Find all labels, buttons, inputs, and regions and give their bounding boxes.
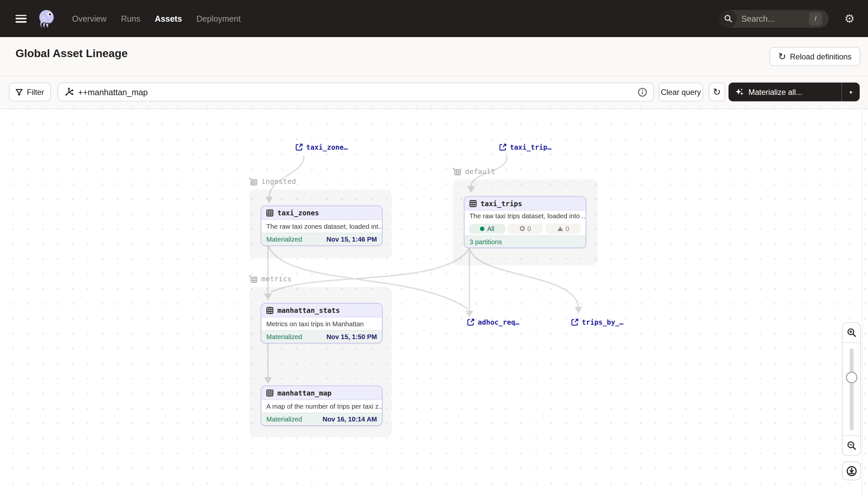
external-link-label: taxi_trip… [510,143,551,151]
pill-label: 0 [528,225,531,232]
external-link-label: adhoc_req… [478,318,519,326]
lineage-canvas[interactable]: ingested default metrics [0,109,868,495]
table-icon [266,307,273,314]
asset-title: taxi_zones [277,208,319,217]
nav-item-deployment[interactable]: Deployment [196,14,241,23]
zoom-in-icon [847,328,856,338]
header-band: Global Asset Lineage ↻ Reload definition… [0,37,868,109]
clear-query-button[interactable]: Clear query [659,82,703,101]
nav-item-overview[interactable]: Overview [72,14,106,23]
global-search[interactable]: / [719,10,829,28]
partitions-missing-pill[interactable]: 0 [508,224,543,233]
search-icon [719,10,737,28]
asset-node-taxi-zones[interactable]: taxi_zones The raw taxi zones dataset, l… [261,205,383,246]
materialize-all-button[interactable]: Materialize all... ▾ [729,82,860,101]
nav-item-assets[interactable]: Assets [155,14,182,23]
zoom-slider-track[interactable] [850,348,854,430]
filter-label: Filter [27,88,44,97]
external-asset-link-taxi-trip[interactable]: taxi_trip… [499,143,551,151]
partitions-count: 3 partitions [464,235,586,248]
refresh-icon: ↻ [713,87,721,97]
nav-items: Overview Runs Assets Deployment [72,14,241,23]
materialize-dropdown-caret[interactable]: ▾ [842,82,860,101]
filter-button[interactable]: Filter [9,82,51,101]
external-link-icon [296,143,303,151]
zoom-out-icon [847,441,856,450]
asset-node-taxi-trips[interactable]: taxi_trips The raw taxi trips dataset, l… [464,196,586,248]
asset-node-manhattan-map[interactable]: manhattan_map A map of the number of tri… [261,386,383,426]
refresh-icon: ↻ [778,52,786,62]
zoom-panel [842,322,861,456]
app-viewport: Overview Runs Assets Deployment / ⚙ Glob… [0,0,868,495]
refresh-graph-button[interactable]: ↻ [709,82,725,101]
external-link-icon [571,319,579,326]
asset-description: Metrics on taxi trips in Manhattan [262,318,382,330]
asset-description: The raw taxi trips dataset, loaded into … [464,210,586,222]
clear-query-label: Clear query [661,88,701,97]
asset-node-manhattan-stats[interactable]: manhattan_stats Metrics on taxi trips in… [261,303,383,343]
materialize-all-label: Materialize all... [749,88,802,97]
page-title: Global Asset Lineage [15,47,128,60]
group-label-ingested[interactable]: ingested [249,177,296,186]
asset-title: manhattan_stats [277,306,340,314]
info-icon[interactable] [638,87,647,97]
sparkles-icon [735,88,744,97]
group-name: default [465,167,495,176]
lineage-edges [0,109,868,495]
table-icon [266,389,273,396]
canvas-edge-divider [862,109,863,495]
partitions-failed-pill[interactable]: 0 [545,224,581,233]
filter-icon [16,88,23,96]
zoom-in-button[interactable] [843,323,860,343]
asset-title: manhattan_map [277,389,331,397]
top-nav: Overview Runs Assets Deployment / ⚙ [0,0,868,37]
group-icon [249,177,257,186]
zoom-slider[interactable] [843,343,860,436]
search-input[interactable] [741,14,802,23]
materialization-timestamp: Nov 15, 1:50 PM [326,333,377,341]
header-divider [0,75,868,76]
gear-icon[interactable]: ⚙ [844,13,855,24]
pill-label: All [487,225,494,232]
ring-icon [520,226,525,231]
asset-title: taxi_trips [481,199,522,207]
external-asset-link-adhoc-req[interactable]: adhoc_req… [467,318,519,326]
zoom-out-button[interactable] [843,435,860,455]
external-link-label: trips_by_… [582,318,624,326]
dagster-logo[interactable] [35,7,58,30]
group-label-metrics[interactable]: metrics [249,275,291,283]
selector-icon [64,87,74,97]
zoom-slider-thumb[interactable] [846,372,857,383]
group-name: metrics [262,275,291,283]
caret-down-icon: ▾ [849,89,852,95]
external-link-icon [467,319,474,326]
pill-label: 0 [566,225,569,232]
external-asset-link-taxi-zone[interactable]: taxi_zone… [296,143,348,151]
reload-definitions-button[interactable]: ↻ Reload definitions [769,47,861,66]
warning-triangle-icon [557,226,563,231]
materialization-timestamp: Nov 15, 1:46 PM [326,235,377,243]
asset-selection-input[interactable] [78,87,638,97]
group-label-default[interactable]: default [453,167,495,176]
status-badge: Materialized [266,235,302,243]
group-icon [453,167,461,176]
nav-item-runs[interactable]: Runs [121,14,140,23]
hamburger-menu-icon[interactable] [15,15,26,23]
download-icon [846,465,856,476]
group-icon [249,275,257,283]
slash-shortcut-badge: / [809,12,822,25]
external-link-label: taxi_zone… [306,143,348,151]
external-asset-link-trips-by[interactable]: trips_by_… [571,318,624,326]
asset-selection-input-wrap [58,82,654,101]
asset-description: The raw taxi zones dataset, loaded int..… [262,220,382,233]
partitions-all-pill[interactable]: All [469,224,505,233]
download-view-button[interactable] [842,462,861,480]
status-badge: Materialized [266,415,302,424]
status-badge: Materialized [266,333,302,341]
table-icon [470,200,477,207]
table-icon [266,209,273,216]
asset-description: A map of the number of trips per taxi z.… [262,400,382,413]
materialization-timestamp: Nov 16, 10:14 AM [322,415,377,424]
partition-health-row: All 0 0 [464,222,586,235]
success-dot-icon [480,226,484,231]
